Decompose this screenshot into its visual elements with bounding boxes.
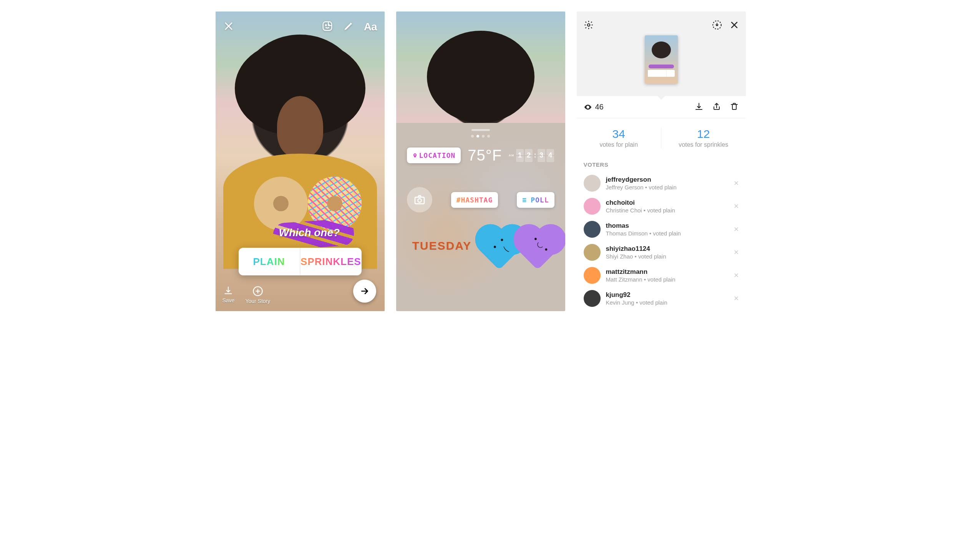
location-sticker[interactable]: LOCATION [407,147,461,163]
save-story-button[interactable] [712,20,722,31]
page-dot-active[interactable] [476,135,479,138]
weekday-sticker[interactable]: TUESDAY [407,235,477,256]
poll-results-screen: 46 34 votes for plain 12 votes for sprin… [577,12,746,311]
camera-sticker[interactable] [407,187,432,212]
voter-avatar [584,175,601,192]
draw-button[interactable] [343,21,354,33]
voter-row[interactable]: jeffreydgersonJeffrey Gerson • voted pla… [577,172,746,195]
voter-subtitle: Jeffrey Gerson • voted plain [606,184,729,191]
photo-face [277,96,323,157]
send-story-button[interactable] [353,280,376,303]
svg-rect-4 [415,197,424,204]
voter-subtitle: Matt Zitzmann • voted plain [606,276,729,283]
text-button[interactable]: Aa [364,21,377,33]
voter-username: mattzitzmann [606,268,729,276]
story-photo-behind-tray [396,12,565,123]
heart-sticker-purple[interactable]: • ◡ • [523,235,554,263]
voter-username: kjung92 [606,291,729,299]
svg-point-1 [325,25,327,26]
temperature-sticker[interactable]: 75°F [468,147,502,164]
hashtag-sticker[interactable]: #HASHTAG [451,192,498,208]
your-story-button[interactable]: Your Story [245,286,270,304]
vote-col-plain: 34 votes for plain [577,128,662,148]
voter-username: chchoitoi [606,199,729,207]
svg-point-6 [587,24,590,27]
voter-row[interactable]: kjung92Kevin Jung • voted plain× [577,287,746,310]
voter-row[interactable]: shiyizhao1124Shiyi Zhao • voted plain× [577,241,746,264]
svg-point-2 [328,25,329,26]
voter-subtitle: Kevin Jung • voted plain [606,299,729,306]
poll-sticker-option[interactable]: ≡POLL [517,192,554,208]
voter-username: thomas [606,222,729,230]
remove-voter-button[interactable]: × [734,178,739,188]
sticker-tray[interactable]: LOCATION 75°F AM 1 2 : 3 4 #HASHTAG [396,123,565,311]
clock-sticker[interactable]: AM 1 2 : 3 4 [509,149,554,162]
tray-page-dots [407,135,554,138]
remove-voter-button[interactable]: × [734,224,739,234]
voter-row[interactable]: mattzitzmannMatt Zitzmann • voted plain× [577,264,746,287]
story-editor-screen: Aa Which one? PLAIN SPRINKLES Save Your … [216,12,385,311]
voter-row[interactable]: thomasThomas Dimson • voted plain× [577,218,746,241]
voter-username: shiyizhao1124 [606,245,729,253]
tray-drag-handle[interactable] [471,129,490,131]
voter-username: jeffreydgerson [606,176,729,184]
heart-sticker-blue[interactable]: • ‿ • [485,235,516,263]
close-button[interactable] [223,21,234,33]
share-button[interactable] [712,102,721,113]
sticker-tray-screen: LOCATION 75°F AM 1 2 : 3 4 #HASHTAG [396,12,565,311]
poll-option-a[interactable]: PLAIN [239,248,300,275]
results-header [577,12,746,96]
view-count: 46 [584,103,604,111]
voter-avatar [584,221,601,238]
download-button[interactable] [694,102,704,113]
voter-subtitle: Christine Choi • voted plain [606,207,729,214]
vote-col-sprinkles: 12 votes for sprinkles [661,128,746,148]
poll-sticker[interactable]: PLAIN SPRINKLES [239,248,362,275]
voters-header: VOTERS [577,157,746,172]
voter-avatar [584,198,601,215]
svg-point-5 [418,199,421,202]
poll-option-b[interactable]: SPRINKLES [300,248,362,275]
editor-bottom-left: Save Your Story [222,286,271,304]
story-thumbnail[interactable] [645,35,678,84]
vote-summary: 34 votes for plain 12 votes for sprinkle… [577,118,746,157]
editor-top-toolbar: Aa [223,19,377,35]
voter-avatar [584,290,601,307]
delete-button[interactable] [730,102,739,113]
settings-button[interactable] [584,20,594,31]
voter-avatar [584,244,601,261]
save-label: Save [222,297,235,303]
page-dot[interactable] [487,135,490,138]
poll-bars-icon: ≡ [522,196,527,204]
remove-voter-button[interactable]: × [734,201,739,211]
voters-list: jeffreydgersonJeffrey Gerson • voted pla… [577,172,746,310]
your-story-label: Your Story [245,298,270,304]
save-button[interactable]: Save [222,286,235,304]
page-dot[interactable] [482,135,485,138]
stickers-button[interactable] [322,20,333,33]
voter-subtitle: Shiyi Zhao • voted plain [606,253,729,260]
page-dot[interactable] [471,135,474,138]
voter-row[interactable]: chchoitoiChristine Choi • voted plain× [577,195,746,218]
voter-avatar [584,267,601,284]
remove-voter-button[interactable]: × [734,293,739,303]
remove-voter-button[interactable]: × [734,270,739,280]
poll-question-text[interactable]: Which one? [279,227,340,239]
close-results-button[interactable] [730,20,739,31]
voter-subtitle: Thomas Dimson • voted plain [606,230,729,237]
remove-voter-button[interactable]: × [734,247,739,257]
